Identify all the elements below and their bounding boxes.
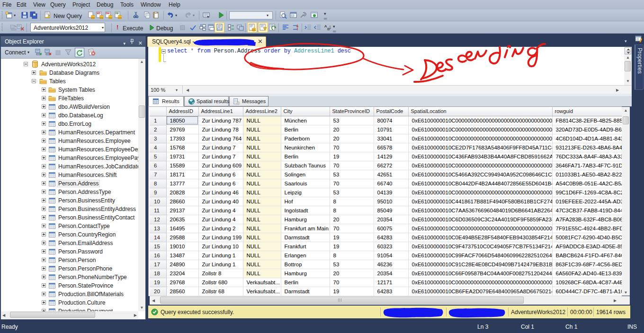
svg-text:B: B	[327, 27, 330, 31]
svg-text:MD: MD	[97, 12, 101, 15]
svg-text:DM: DM	[106, 12, 110, 15]
svg-text:XM: XM	[116, 12, 119, 15]
